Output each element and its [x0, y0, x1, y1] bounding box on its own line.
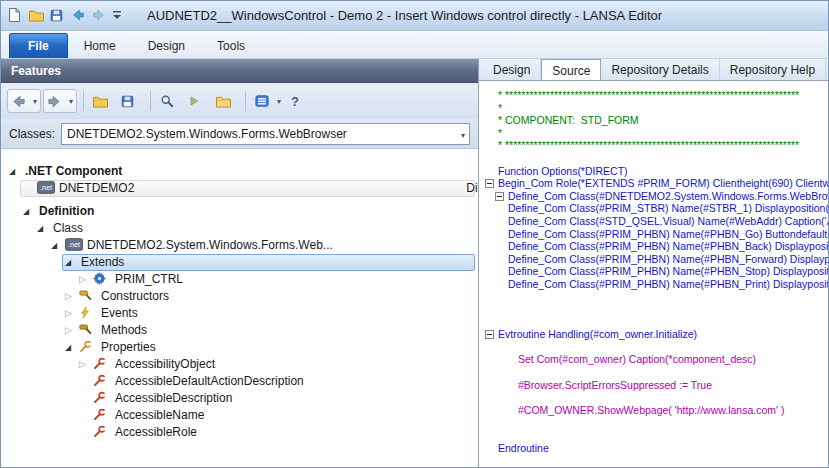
code-segment-keyword: Define_Com Class(#STD_QSEL.Visual) Name(…	[508, 215, 825, 227]
tree-item-dnetdemo2-system-windows-forms-web[interactable]: ◢.netDNETDEMO2.System.Windows.Forms.Web.…	[1, 237, 478, 254]
tree-item-methods[interactable]: ▷Methods	[1, 322, 478, 339]
code-segment-expression: Set Com(#com_owner) Caption(*component_d…	[518, 353, 756, 365]
chevron-down-icon[interactable]: ▾	[277, 97, 281, 106]
tree-item-label: AccessibleDefaultActionDescription	[113, 373, 304, 390]
code-line[interactable]: Define_Com Class(#PRIM_PHBN) Name(#PHBN_…	[479, 228, 828, 241]
tree-item-events[interactable]: ▷Events	[1, 305, 478, 322]
views-button[interactable]: ▾	[252, 89, 284, 113]
code-line[interactable]: Define_Com Class(#PRIM_STBR) Name(#STBR_…	[479, 202, 828, 215]
code-line[interactable]: * **************************************…	[479, 89, 828, 102]
code-line[interactable]: * COMPONENT: STD_FORM	[479, 114, 828, 127]
fold-collapse-icon[interactable]	[485, 330, 494, 339]
collapse-expander-icon[interactable]: ◢	[9, 163, 23, 180]
tree-item-accessibilityobject[interactable]: ▷AccessibilityObjectReference(DNETDEMO	[1, 356, 478, 373]
expand-expander-icon[interactable]: ▷	[79, 271, 93, 288]
code-line[interactable]	[479, 429, 828, 442]
open-folder-button[interactable]	[28, 5, 49, 27]
code-line[interactable]	[479, 316, 828, 329]
code-line[interactable]	[479, 152, 828, 165]
check-in-button[interactable]	[118, 89, 144, 113]
editor-tab-repository-help[interactable]: Repository Help	[720, 59, 826, 80]
code-line[interactable]	[479, 366, 828, 379]
code-line[interactable]	[479, 391, 828, 404]
ribbon-tab-file[interactable]: File	[9, 33, 68, 58]
open-button[interactable]	[213, 89, 239, 113]
forward-button[interactable]: ▾	[43, 89, 77, 113]
code-line[interactable]: #Browser.ScriptErrorsSuppressed := True	[479, 379, 828, 392]
code-line[interactable]: Define_Com Class(#DNETDEMO2.System.Windo…	[479, 190, 828, 203]
code-line[interactable]: Define_Com Class(#PRIM_PHBN) Name(#PHBN_…	[479, 265, 828, 278]
code-line[interactable]	[479, 303, 828, 316]
nav-back-button[interactable]	[70, 4, 91, 26]
fold-collapse-icon[interactable]	[485, 179, 494, 188]
code-line[interactable]: *	[479, 102, 828, 115]
expand-expander-icon[interactable]: ▷	[65, 322, 79, 339]
editor-tab-cross-refe[interactable]: Cross Refe	[826, 59, 828, 80]
code-line[interactable]: Set Com(#com_owner) Caption(*component_d…	[479, 353, 828, 366]
code-line[interactable]	[479, 416, 828, 429]
tree-item-definition[interactable]: ◢Definition	[1, 203, 478, 220]
tree-item-label: Constructors	[99, 288, 169, 305]
new-document-button[interactable]	[7, 4, 28, 26]
fold-collapse-icon[interactable]	[495, 192, 504, 201]
tree-item-extends[interactable]: ◢Extends	[1, 254, 478, 271]
event-icon	[79, 306, 99, 321]
features-panel: Features ▾▾▾? Classes: DNETDEMO2.System.…	[1, 59, 479, 467]
code-line[interactable]: Define_Com Class(#STD_QSEL.Visual) Name(…	[479, 215, 828, 228]
tree-item-constructors[interactable]: ▷Constructors	[1, 288, 478, 305]
collapse-expander-icon[interactable]: ◢	[37, 220, 51, 237]
new-button[interactable]	[90, 89, 116, 113]
expand-expander-icon[interactable]: ▷	[65, 288, 79, 305]
tree-item-prim-ctrl[interactable]: ▷PRIM_CTRLBase Visual Control	[1, 271, 478, 288]
save-button[interactable]	[49, 5, 70, 27]
help-button[interactable]: ?	[286, 89, 312, 113]
ribbon-tab-design[interactable]: Design	[132, 33, 201, 58]
chevron-down-icon[interactable]: ▾	[69, 97, 73, 106]
tree-item-accessibledefaultactiondescription[interactable]: AccessibleDefaultActionDescriptionString	[1, 373, 478, 390]
chevron-down-icon[interactable]: ▾	[33, 97, 37, 106]
code-line[interactable]: *	[479, 127, 828, 140]
tree-item-class[interactable]: ◢Class	[1, 220, 478, 237]
code-segment-comment: * **************************************…	[498, 139, 799, 151]
editor-tab-source[interactable]: Source	[541, 59, 601, 81]
execute-button[interactable]	[185, 89, 211, 113]
tree-item-accessiblename[interactable]: AccessibleNameString	[1, 407, 478, 424]
code-segment-keyword: Define_Com Class(#PRIM_PHBN) Name(#PHBN_…	[508, 265, 828, 277]
tree-item-dnetdemo2[interactable]: .netDNETDEMO2Directly using Window	[1, 180, 478, 197]
tree-item-net-component[interactable]: ◢.NET Component	[1, 163, 478, 180]
property-icon	[93, 408, 113, 423]
editor-tab-design[interactable]: Design	[483, 59, 541, 80]
code-line[interactable]: Endroutine	[479, 442, 828, 455]
code-line[interactable]: * **************************************…	[479, 139, 828, 152]
code-line[interactable]: #COM_OWNER.ShowWebpage( 'http://www.lans…	[479, 404, 828, 417]
collapse-expander-icon[interactable]: ◢	[65, 254, 79, 271]
tree-item-properties[interactable]: ◢Properties	[1, 339, 478, 356]
code-line[interactable]: Function Options(*DIRECT)	[479, 165, 828, 178]
ribbon-tab-home[interactable]: Home	[68, 33, 132, 58]
ribbon-tab-tools[interactable]: Tools	[201, 33, 261, 58]
classes-combobox[interactable]: DNETDEMO2.System.Windows.Forms.WebBrowse…	[61, 123, 470, 145]
tree-item-accessiblerole[interactable]: AccessibleRoleEnumeration of (Defa	[1, 424, 478, 441]
editor-tab-repository-details[interactable]: Repository Details	[601, 59, 719, 80]
collapse-expander-icon[interactable]: ◢	[51, 237, 65, 254]
code-line[interactable]: Define_Com Class(#PRIM_PHBN) Name(#PHBN_…	[479, 253, 828, 266]
nav-forward-button[interactable]	[91, 4, 112, 26]
expand-expander-icon[interactable]: ▷	[79, 356, 93, 373]
collapse-expander-icon[interactable]: ◢	[23, 203, 37, 220]
classes-row: Classes: DNETDEMO2.System.Windows.Forms.…	[1, 119, 478, 149]
search-button[interactable]	[157, 89, 183, 113]
code-line[interactable]: Evtroutine Handling(#com_owner.Initializ…	[479, 328, 828, 341]
code-line[interactable]	[479, 341, 828, 354]
code-line[interactable]: Define_Com Class(#PRIM_PHBN) Name(#PHBN_…	[479, 240, 828, 253]
back-button[interactable]: ▾	[7, 89, 41, 113]
tree-item-accessibledescription[interactable]: AccessibleDescriptionString	[1, 390, 478, 407]
expand-expander-icon[interactable]: ▷	[65, 305, 79, 322]
code-line[interactable]	[479, 291, 828, 304]
code-line[interactable]: Begin_Com Role(*EXTENDS #PRIM_FORM) Clie…	[479, 177, 828, 190]
chevron-down-icon[interactable]: ▾	[461, 131, 465, 140]
toolbar-options-button[interactable]	[112, 4, 133, 26]
code-line[interactable]: Define_Com Class(#PRIM_PHBN) Name(#PHBN_…	[479, 278, 828, 291]
collapse-expander-icon[interactable]: ◢	[65, 339, 79, 356]
source-code-editor[interactable]: * **************************************…	[479, 81, 828, 467]
new-document-icon	[8, 8, 28, 23]
